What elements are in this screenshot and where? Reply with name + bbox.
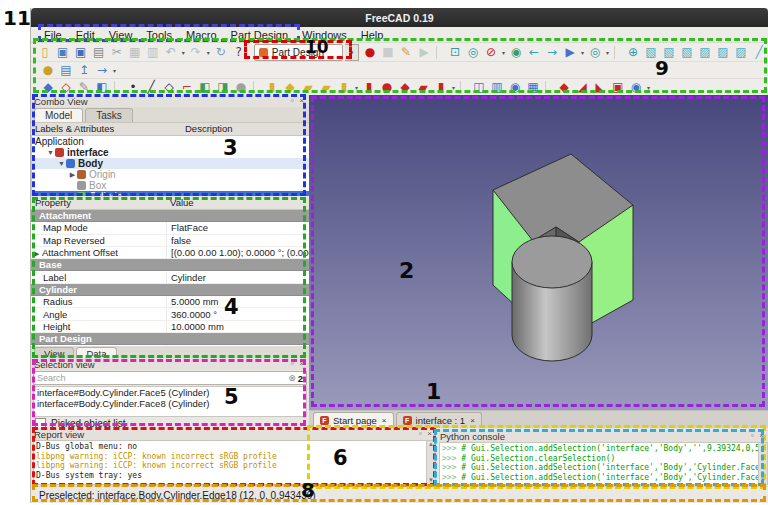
zoom-region-icon-dropdown[interactable]: ▾ xyxy=(604,49,611,56)
python-console-input[interactable]: >>> # Gui.Selection.addSelection('interf… xyxy=(439,442,760,485)
copy-icon[interactable]: ▦ xyxy=(127,45,143,60)
pad-icon[interactable]: ▮ xyxy=(264,80,280,95)
property-row-label[interactable]: LabelCylinder xyxy=(31,271,309,283)
chevron-down-icon[interactable]: ▼ xyxy=(46,149,55,156)
property-row-map-reversed[interactable]: Map Reversedfalse xyxy=(31,235,309,247)
property-group-part-design[interactable]: Part Design xyxy=(31,333,309,345)
open-macro-icon[interactable]: ▤ xyxy=(58,63,74,78)
fit-all-icon[interactable]: ⊡ xyxy=(447,45,463,60)
selection-search[interactable]: Search ⊗ 2 xyxy=(33,371,307,385)
redo-icon-dropdown[interactable]: ▾ xyxy=(205,49,212,56)
link-actions-icon-dropdown[interactable]: ▾ xyxy=(111,67,118,74)
tree-item-interface[interactable]: ▼interface xyxy=(32,147,309,158)
hole-icon[interactable]: ● xyxy=(379,80,395,95)
tree-item-cylinder[interactable]: Cylinder xyxy=(32,191,309,196)
close-tab-icon[interactable]: × xyxy=(382,416,387,425)
property-row-height[interactable]: Height10.0000 mm xyxy=(31,321,309,333)
property-group-attachment[interactable]: Attachment xyxy=(31,210,309,222)
draw-style-icon-dropdown[interactable]: ▾ xyxy=(500,49,507,56)
macro-record-icon[interactable]: ● xyxy=(362,45,378,60)
datum-plane-icon[interactable]: ◇ xyxy=(161,80,177,95)
tree-item-application[interactable]: Application xyxy=(32,136,309,147)
chevron-down-icon[interactable]: ▼ xyxy=(57,160,66,167)
fly-mode-icon-dropdown[interactable]: ▾ xyxy=(579,49,586,56)
menu-part-design[interactable]: Part Design xyxy=(224,27,295,43)
sweep-icon[interactable]: ▰ xyxy=(318,80,334,95)
tab-model[interactable]: Model xyxy=(34,108,83,122)
subtractive-loft-icon[interactable]: ▰ xyxy=(415,80,431,95)
cylinder-top-face[interactable] xyxy=(512,236,592,288)
selection-item[interactable]: interface#Body.Cylinder.Face8 (Cylinder) xyxy=(34,398,306,409)
menu-macro[interactable]: Macro xyxy=(179,27,224,43)
multi-transform-icon[interactable]: ▦ xyxy=(525,80,541,95)
link-actions-icon[interactable]: → xyxy=(94,63,110,78)
chevron-right-icon[interactable]: ▶ xyxy=(68,171,77,179)
close-panel-icon[interactable]: × xyxy=(297,96,306,106)
print-icon[interactable]: ▤ xyxy=(91,45,107,60)
float-panel-icon[interactable]: ▫ xyxy=(748,431,757,441)
menu-help[interactable]: Help xyxy=(354,27,391,43)
property-value[interactable]: false xyxy=(166,345,309,346)
nav-forward-icon[interactable]: → xyxy=(544,45,560,60)
property-row-map-mode[interactable]: Map ModeFlatFace xyxy=(31,222,309,234)
close-tab-icon[interactable]: × xyxy=(470,416,475,425)
thickness-icon[interactable]: ▣ xyxy=(610,80,626,95)
polar-pattern-icon[interactable]: ◉ xyxy=(507,80,523,95)
boolean-icon[interactable]: ◉ xyxy=(628,80,644,95)
local-cs-icon[interactable]: ⌐ xyxy=(179,80,195,95)
document-tab-interface-1[interactable]: Finterface : 1× xyxy=(396,412,482,428)
additive-helix-icon-dropdown[interactable]: ▾ xyxy=(353,84,360,91)
loft-icon[interactable]: ▰ xyxy=(300,80,316,95)
validate-sketch-icon[interactable]: ● xyxy=(233,80,249,95)
pocket-icon[interactable]: ▮ xyxy=(361,80,377,95)
python-scrollbar[interactable]: ▲▼ xyxy=(758,442,768,485)
mirror-icon[interactable]: ◫ xyxy=(471,80,487,95)
property-row-attachment-offset[interactable]: ▶Attachment Offset[(0.00 0.00 1.00); 0.0… xyxy=(31,247,309,259)
refresh-icon[interactable]: ↻ xyxy=(213,45,229,60)
axonometric-view-icon[interactable]: ⊕ xyxy=(625,45,641,60)
cut-icon[interactable]: ✂ xyxy=(109,45,125,60)
edit-sketch-icon[interactable]: ✎ xyxy=(76,80,92,95)
redo-icon[interactable]: ↷ xyxy=(188,45,204,60)
selection-item[interactable]: interface#Body.Cylinder.Face5 (Cylinder) xyxy=(34,387,306,398)
property-row-radius[interactable]: Radius5.0000 mm xyxy=(31,296,309,308)
tree-item-box[interactable]: Box xyxy=(32,180,309,191)
tree-item-body[interactable]: ▼Body xyxy=(32,158,309,169)
menu-windows[interactable]: Windows xyxy=(295,27,354,43)
shape-binder-icon[interactable]: ◧ xyxy=(197,80,213,95)
clone-icon[interactable]: ◨ xyxy=(215,80,231,95)
tab-tasks[interactable]: Tasks xyxy=(85,108,133,122)
subtractive-sweep-icon[interactable]: ▮ xyxy=(433,80,449,95)
create-body-icon[interactable]: ◆ xyxy=(40,80,56,95)
menu-view[interactable]: View xyxy=(102,27,140,43)
property-row-refine[interactable]: Refinefalse xyxy=(31,345,309,346)
close-panel-icon[interactable]: × xyxy=(297,359,306,369)
create-sketch-icon[interactable]: ◇ xyxy=(58,80,74,95)
fly-mode-icon[interactable]: ▶ xyxy=(562,45,578,60)
property-value[interactable]: 5.0000 mm xyxy=(166,296,309,307)
float-panel-icon[interactable]: ▫ xyxy=(416,429,425,439)
whats-this-icon[interactable]: ? xyxy=(231,45,247,60)
menu-edit[interactable]: Edit xyxy=(69,27,102,43)
menu-file[interactable]: File xyxy=(37,27,69,43)
close-panel-icon[interactable]: × xyxy=(425,429,434,439)
property-value[interactable]: FlatFace xyxy=(166,222,309,233)
property-group-cylinder[interactable]: Cylinder xyxy=(31,284,309,296)
linear-pattern-icon[interactable]: ▥ xyxy=(489,80,505,95)
undo-icon[interactable]: ↶ xyxy=(163,45,179,60)
view-front-icon[interactable]: ▧ xyxy=(643,45,659,60)
view-top-icon[interactable]: ▧ xyxy=(661,45,677,60)
tree-item-origin[interactable]: ▶Origin xyxy=(32,169,309,180)
export-icon[interactable]: ↥ xyxy=(76,63,92,78)
datum-line-icon[interactable]: ╱ xyxy=(143,80,159,95)
fillet-icon[interactable]: ◆ xyxy=(556,80,572,95)
zoom-icon[interactable]: ◎ xyxy=(465,45,481,60)
nav-back-icon[interactable]: ← xyxy=(526,45,542,60)
view-left-icon[interactable]: ▨ xyxy=(733,45,749,60)
measure-icon[interactable]: ╱ xyxy=(751,45,767,60)
datum-point-icon[interactable]: • xyxy=(125,80,141,95)
property-value[interactable]: 10.0000 mm xyxy=(166,321,309,332)
new-file-icon[interactable]: ▯ xyxy=(37,45,53,60)
macro-play-icon[interactable]: ▶ xyxy=(416,45,432,60)
macro-stop-icon[interactable]: ■ xyxy=(380,45,396,60)
